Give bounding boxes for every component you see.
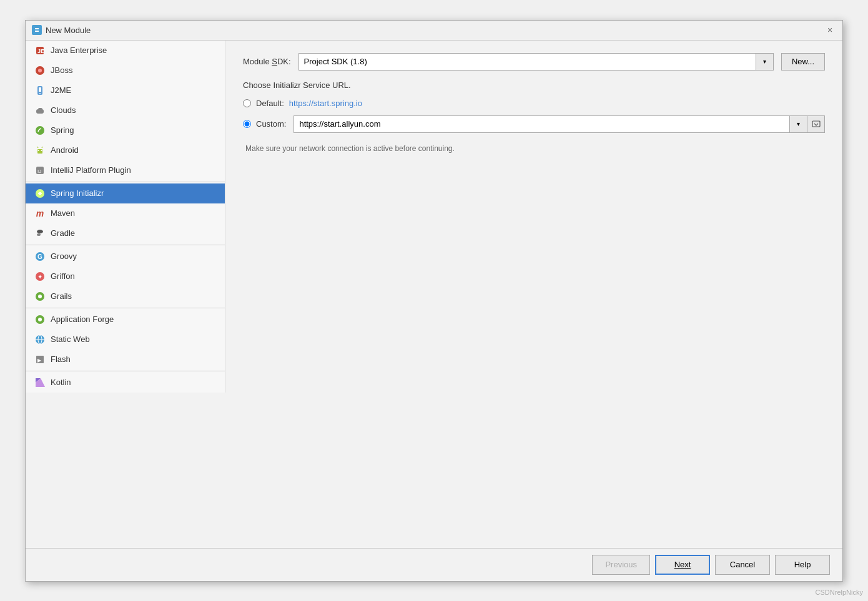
sidebar-divider-15 [26,371,225,371]
groovy-icon: G [34,251,46,262]
sidebar-item-flash[interactable]: ▶Flash [26,349,225,369]
cancel-button[interactable]: Cancel [715,555,770,575]
gradle-icon [34,228,46,239]
intellij-plugin-icon: IJ [34,165,46,176]
network-note: Make sure your network connection is act… [245,144,825,153]
sidebar-item-gradle[interactable]: Gradle [26,223,225,243]
application-forge-icon [34,314,46,325]
android-icon [34,145,46,156]
sidebar-item-kotlin[interactable]: Kotlin [26,373,225,393]
griffon-label: Griffon [51,271,75,281]
sidebar-item-spring-initializr[interactable]: Spring Initializr [26,183,225,203]
sidebar-item-application-forge[interactable]: Application Forge [26,310,225,330]
gradle-label: Gradle [51,228,75,238]
grails-label: Grails [51,291,72,301]
sidebar-item-griffon[interactable]: ✦Griffon [26,266,225,286]
dialog-title: New Module [46,26,91,35]
application-forge-label: Application Forge [51,315,114,324]
java-enterprise-label: Java Enterprise [51,46,107,55]
j2me-label: J2ME [51,86,71,95]
dialog-body: JEJava EnterpriseJBossJ2MECloudsSpringAn… [26,41,842,548]
svg-point-12 [36,126,44,135]
kotlin-label: Kotlin [51,378,71,387]
default-radio-row: Default: https://start.spring.io [243,99,825,108]
spring-label: Spring [51,125,74,135]
watermark: CSDNrelpNicky [816,589,863,596]
svg-line-16 [37,147,38,148]
svg-rect-2 [35,31,39,32]
default-radio[interactable] [243,99,251,107]
svg-point-21 [37,230,43,233]
custom-radio-label[interactable]: Custom: [256,119,286,129]
sidebar-item-android[interactable]: Android [26,140,225,160]
kotlin-icon [34,377,46,388]
sidebar-divider-12 [26,308,225,308]
main-content: Module SDK: Project SDK (1.8) ▾ New... C… [225,41,842,548]
default-url-link[interactable]: https://start.spring.io [289,99,362,108]
svg-point-22 [37,233,41,236]
maven-icon: m [34,208,46,219]
svg-line-17 [42,147,42,148]
module-sdk-label: Module SDK: [243,57,291,66]
new-sdk-button[interactable]: New... [781,53,825,71]
sidebar-divider-6 [26,182,225,182]
svg-text:✦: ✦ [37,273,42,280]
sidebar-item-spring[interactable]: Spring [26,120,225,140]
svg-point-28 [38,295,42,298]
sidebar: JEJava EnterpriseJBossJ2MECloudsSpringAn… [26,41,225,548]
sidebar-divider-9 [26,245,225,245]
spring-initializr-label: Spring Initializr [51,188,104,198]
svg-text:JE: JE [37,48,44,54]
title-bar-left: New Module [32,25,91,35]
intellij-plugin-label: IntelliJ Platform Plugin [51,165,131,175]
custom-url-dropdown-arrow[interactable]: ▾ [790,115,807,133]
jboss-label: JBoss [51,66,72,75]
sidebar-list: JEJava EnterpriseJBossJ2MECloudsSpringAn… [26,41,225,393]
sidebar-item-j2me[interactable]: J2ME [26,81,225,100]
j2me-icon [34,85,46,96]
custom-radio-row: Custom: ▾ [243,115,825,133]
svg-rect-1 [35,28,39,29]
custom-url-wrapper: ▾ [293,115,825,133]
new-module-dialog: New Module × JEJava EnterpriseJBossJ2MEC… [25,20,843,582]
sdk-dropdown-arrow[interactable]: ▾ [756,53,774,71]
sidebar-item-jboss[interactable]: JBoss [26,61,225,81]
sidebar-item-static-web[interactable]: Static Web [26,330,225,349]
sidebar-item-intellij-plugin[interactable]: IJIntelliJ Platform Plugin [26,160,225,180]
sdk-select-container: Project SDK (1.8) ▾ [298,53,774,71]
java-enterprise-icon: JE [34,45,46,56]
svg-text:IJ: IJ [37,169,41,174]
next-button[interactable]: Next [655,555,710,575]
help-button[interactable]: Help [775,555,830,575]
title-bar: New Module × [26,21,842,41]
griffon-icon: ✦ [34,271,46,282]
svg-point-14 [38,150,39,151]
custom-url-go-button[interactable] [807,115,825,133]
sidebar-item-groovy[interactable]: GGroovy [26,247,225,266]
svg-rect-8 [39,87,41,92]
dialog-icon [32,25,42,35]
custom-url-input[interactable] [293,115,790,133]
dialog-footer: Previous Next Cancel Help [26,548,842,581]
android-label: Android [51,145,79,155]
previous-button[interactable]: Previous [592,555,650,575]
close-button[interactable]: × [824,24,836,36]
grails-icon [34,291,46,302]
svg-point-9 [39,93,41,94]
spring-icon [34,125,46,136]
sidebar-item-clouds[interactable]: Clouds [26,100,225,120]
sidebar-item-maven[interactable]: mMaven [26,203,225,223]
flash-icon: ▶ [34,354,46,365]
svg-rect-11 [38,108,42,111]
sidebar-item-grails[interactable]: Grails [26,286,225,306]
spring-initializr-icon [34,188,46,199]
custom-radio[interactable] [243,120,251,128]
choose-url-label: Choose Initializr Service URL. [243,81,825,90]
sidebar-item-java-enterprise[interactable]: JEJava Enterprise [26,41,225,61]
groovy-label: Groovy [51,252,77,261]
sdk-select[interactable]: Project SDK (1.8) [298,53,756,71]
default-radio-label[interactable]: Default: [256,99,284,108]
static-web-icon [34,334,46,345]
flash-label: Flash [51,354,71,364]
svg-text:▶: ▶ [37,358,42,363]
